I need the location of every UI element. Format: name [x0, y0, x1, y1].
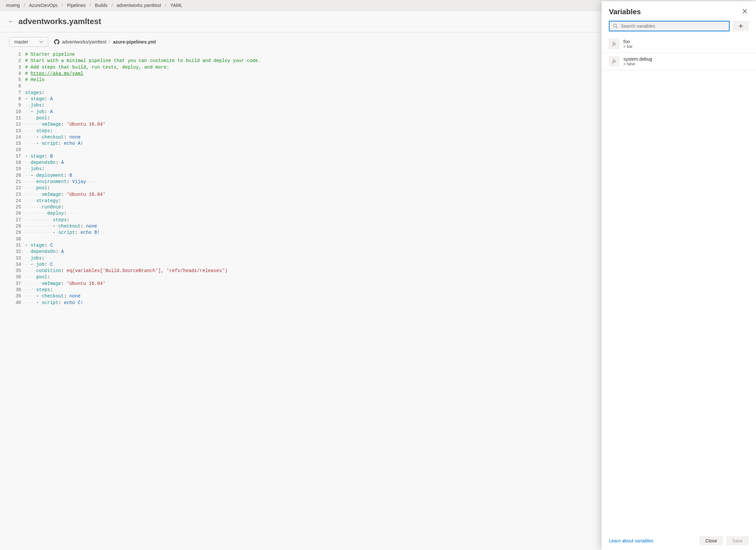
chevron-down-icon	[39, 40, 43, 44]
close-icon[interactable]	[741, 7, 749, 16]
variable-value: = bar	[623, 44, 633, 49]
breadcrumb-separator: /	[62, 3, 63, 8]
variable-value: = false	[623, 62, 652, 66]
variable-item[interactable]: fxfoo= bar	[602, 35, 756, 53]
breadcrumb-item[interactable]: AzureDevOps	[29, 3, 58, 8]
variable-name: system.debug	[623, 56, 652, 62]
back-arrow-icon[interactable]: ←	[8, 18, 14, 25]
line-gutter: 1234567891011121314151617181920212223242…	[9, 51, 25, 306]
breadcrumb-separator: /	[90, 3, 91, 8]
breadcrumb-item[interactable]: adventworks.yamltest	[117, 3, 161, 8]
breadcrumb-item[interactable]: Pipelines	[67, 3, 86, 8]
branch-selector[interactable]: master	[9, 37, 48, 47]
panel-title: Variables	[609, 8, 641, 16]
variable-item[interactable]: fxsystem.debug= false	[602, 53, 756, 70]
fx-icon: fx	[609, 56, 619, 67]
breadcrumb-item[interactable]: Builds	[95, 3, 108, 8]
github-icon	[54, 39, 59, 45]
search-input[interactable]	[621, 23, 726, 29]
repo-path: adventworks/yamltest / azure-pipelines.y…	[54, 39, 156, 45]
fx-icon: fx	[609, 39, 619, 49]
breadcrumb-item[interactable]: mseng	[6, 3, 20, 8]
breadcrumb-item[interactable]: YAML	[170, 3, 182, 8]
breadcrumb-separator: /	[24, 3, 25, 8]
svg-point-0	[614, 24, 616, 27]
branch-name: master	[14, 39, 28, 45]
variables-panel: Variables fxfoo= barfxsystem.debug= fals…	[602, 1, 756, 306]
breadcrumb-separator: /	[111, 3, 113, 8]
search-variables-box[interactable]	[609, 21, 730, 31]
variables-list: fxfoo= barfxsystem.debug= false	[602, 35, 756, 306]
add-variable-button[interactable]	[733, 21, 749, 31]
breadcrumb-separator: /	[165, 3, 166, 8]
path-separator: /	[109, 39, 110, 45]
page-title: adventworks.yamltest	[18, 17, 101, 26]
search-icon	[613, 23, 618, 29]
repo-name[interactable]: adventworks/yamltest	[62, 39, 107, 45]
variable-name: foo	[623, 39, 633, 44]
file-name: azure-pipelines.yml	[113, 39, 156, 45]
